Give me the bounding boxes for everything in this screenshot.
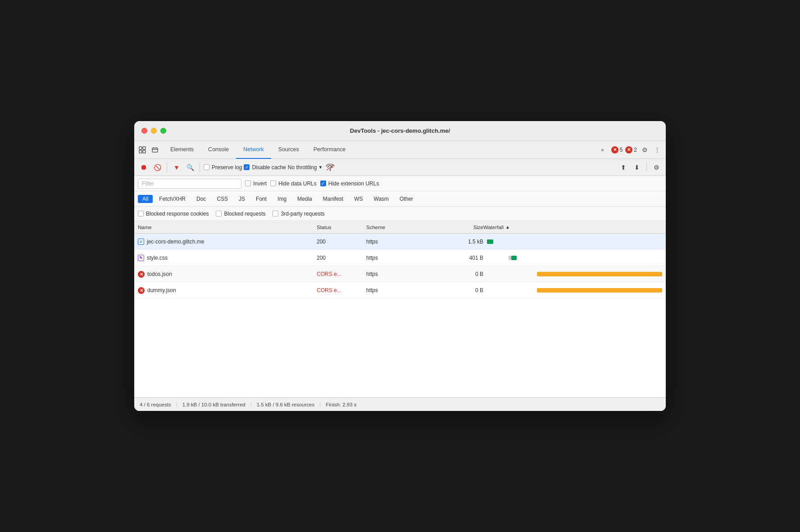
throttle-select[interactable]: No throttling ▼ [288, 164, 323, 171]
filter-img[interactable]: Img [273, 195, 291, 203]
close-button[interactable] [141, 128, 147, 134]
blocked-requests-cb [216, 211, 222, 216]
table-row[interactable]: ✎ style.css 200 https 401 B [134, 250, 666, 266]
inspect-icon[interactable] [150, 145, 159, 154]
network-toolbar: ⏺ 🚫 ▼ 🔍 Preserve log ✓ Disable cache No … [134, 159, 666, 176]
table-header: Name Status Scheme Size Waterfall ▲ [134, 221, 666, 234]
tab-sources[interactable]: Sources [271, 141, 306, 159]
table-row[interactable]: ≡ jec-cors-demo.glitch.me ↙ 200 OK 200 h… [134, 234, 666, 250]
minimize-button[interactable] [151, 128, 157, 134]
warning-icon: ✕ [625, 146, 632, 153]
error-icon: ✕ [138, 287, 145, 294]
table-row[interactable]: ✕ todos.json CORS e... https 0 B [134, 266, 666, 282]
error-count: 5 [620, 147, 623, 153]
error-badge: ✕ 5 [611, 146, 623, 153]
scheme-cell: https [366, 271, 438, 277]
filter-all[interactable]: All [138, 195, 153, 203]
status-cell: CORS e... [317, 271, 366, 277]
hide-data-urls-checkbox[interactable]: Hide data URLs [270, 180, 317, 187]
settings-network-icon[interactable]: ⚙ [650, 162, 662, 173]
filter-font[interactable]: Font [251, 195, 271, 203]
scheme-cell: https [366, 287, 438, 293]
column-scheme[interactable]: Scheme [366, 225, 438, 230]
name-cell: ✕ todos.json [138, 271, 317, 278]
doc-icon: ≡ [138, 239, 144, 245]
upload-icon[interactable]: ⬆ [618, 162, 629, 173]
waterfall-cell [483, 234, 662, 250]
css-icon: ✎ [138, 255, 144, 261]
blocked-requests-checkbox[interactable]: Blocked requests [216, 211, 265, 217]
resources-status: 1.5 kB / 9.6 kB resources [251, 402, 320, 407]
filter-wasm[interactable]: Wasm [369, 195, 394, 203]
name-cell: ≡ jec-cors-demo.glitch.me ↙ 200 OK [138, 239, 317, 245]
hide-extension-urls-cb: ✓ [320, 180, 326, 186]
size-cell: 0 B [438, 287, 483, 293]
invert-checkbox[interactable]: Invert [245, 180, 267, 187]
filter-doc[interactable]: Doc [192, 195, 210, 203]
disable-cache-cb: ✓ [244, 164, 250, 170]
size-cell: 401 B [438, 255, 483, 261]
finish-status: Finish: 2.93 s [320, 402, 362, 407]
waterfall-bar [487, 239, 493, 244]
column-status[interactable]: Status [317, 225, 366, 230]
waterfall-bar-gray [509, 256, 511, 260]
filter-js[interactable]: JS [234, 195, 250, 203]
filter-fetch-xhr[interactable]: Fetch/XHR [155, 195, 190, 203]
wifi-icon[interactable] [324, 162, 336, 173]
blocked-response-cookies-cb [138, 211, 144, 216]
waterfall-bar-green [511, 256, 517, 260]
preserve-log-cb [204, 164, 209, 170]
hide-extension-urls-checkbox[interactable]: ✓ Hide extension URLs [320, 180, 379, 187]
hide-data-urls-cb [270, 180, 276, 186]
status-cell: 200 [317, 239, 366, 245]
column-name[interactable]: Name [138, 225, 317, 230]
window-title: DevTools - jec-cors-demo.glitch.me/ [350, 127, 450, 134]
filter-media[interactable]: Media [293, 195, 317, 203]
error-icon: ✕ [611, 146, 618, 153]
svg-rect-4 [152, 148, 158, 152]
third-party-requests-checkbox[interactable]: 3rd-party requests [273, 211, 324, 217]
column-size[interactable]: Size [438, 225, 483, 230]
warning-badge: ✕ 2 [625, 146, 637, 153]
tab-performance[interactable]: Performance [306, 141, 353, 159]
name-cell: ✎ style.css [138, 255, 317, 261]
throttle-arrow-icon: ▼ [318, 165, 323, 170]
column-waterfall[interactable]: Waterfall ▲ [483, 225, 662, 230]
invert-cb [245, 180, 251, 186]
filter-icon[interactable]: ▼ [171, 162, 182, 173]
blocked-response-cookies-checkbox[interactable]: Blocked response cookies [138, 211, 209, 217]
record-button[interactable]: ⏺ [138, 162, 150, 173]
devtools-body: Elements Console Network Sources Perform… [134, 141, 666, 411]
tab-elements[interactable]: Elements [163, 141, 201, 159]
svg-rect-3 [143, 150, 145, 153]
toolbar-separator-1 [167, 162, 167, 172]
filter-manifest[interactable]: Manifest [318, 195, 348, 203]
filter-css[interactable]: CSS [212, 195, 232, 203]
disable-cache-checkbox[interactable]: ✓ Disable cache [244, 164, 286, 171]
more-tabs-button[interactable]: » [597, 144, 609, 156]
filter-ws[interactable]: WS [350, 195, 367, 203]
size-cell: 1.5 kB [438, 239, 483, 245]
table-row[interactable]: ✕ dummy.json CORS e... https 0 B [134, 282, 666, 298]
download-icon[interactable]: ⬇ [631, 162, 643, 173]
filter-other[interactable]: Other [395, 195, 418, 203]
svg-point-8 [330, 169, 331, 171]
settings-icon[interactable]: ⚙ [640, 145, 650, 155]
transferred-status: 1.9 kB / 10.0 kB transferred [177, 402, 251, 407]
scheme-cell: https [366, 255, 438, 261]
blocked-row: Blocked response cookies Blocked request… [134, 207, 666, 221]
filter-input[interactable] [138, 179, 241, 189]
clear-button[interactable]: 🚫 [151, 162, 163, 173]
status-cell: CORS e... [317, 287, 366, 293]
tab-network[interactable]: Network [236, 141, 271, 159]
tab-console[interactable]: Console [201, 141, 236, 159]
preserve-log-checkbox[interactable]: Preserve log [204, 164, 242, 171]
maximize-button[interactable] [160, 128, 166, 134]
cursor-icon[interactable] [138, 145, 147, 154]
more-menu-icon[interactable]: ⋮ [652, 145, 662, 155]
traffic-lights [141, 128, 166, 134]
toolbar-separator-2 [200, 162, 200, 172]
sort-arrow-icon: ▲ [505, 225, 510, 230]
toolbar-separator-3 [646, 162, 647, 171]
search-icon[interactable]: 🔍 [184, 162, 196, 173]
